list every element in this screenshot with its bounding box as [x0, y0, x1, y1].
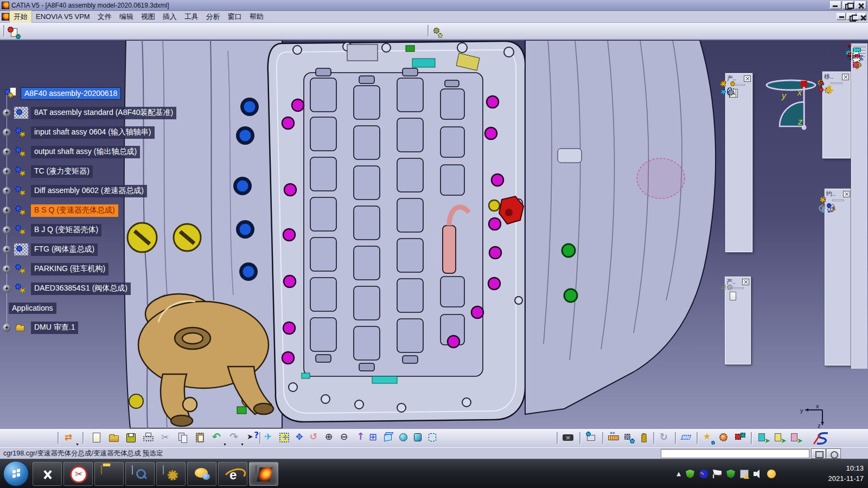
zoom-in-icon[interactable]: ⊕ — [324, 432, 337, 445]
taskbar-excel[interactable] — [33, 462, 62, 486]
taskbar-plm-document[interactable] — [156, 462, 186, 486]
toolbar-grip[interactable] — [831, 82, 843, 84]
yellow-sensor[interactable] — [489, 200, 500, 211]
toolbar-grip[interactable] — [732, 287, 744, 289]
catia-menu-icon[interactable] — [2, 13, 9, 21]
expand-icon[interactable]: + — [3, 324, 11, 332]
expand-icon[interactable]: + — [3, 285, 11, 293]
menu-edit[interactable]: 编辑 — [116, 11, 137, 23]
tree-item-label[interactable]: TC (液力变矩器) — [31, 165, 93, 178]
expand-icon[interactable]: + — [3, 148, 11, 156]
knowledge-cube-icon[interactable] — [733, 432, 746, 445]
expand-icon[interactable]: + — [3, 187, 11, 195]
dmu-review-label[interactable]: DMU 审查.1 — [31, 322, 78, 334]
iso-view-icon[interactable] — [382, 432, 395, 445]
minimize-button[interactable] — [830, 1, 841, 9]
catalog-3-icon[interactable]: ➤ — [790, 432, 803, 445]
gears-icon[interactable] — [432, 27, 445, 40]
measure-icon[interactable]: ↔ — [608, 432, 621, 445]
taskbar-messenger[interactable] — [187, 462, 216, 486]
menu-file[interactable]: 文件 — [94, 11, 116, 23]
taskbar-internet-explorer[interactable]: e — [218, 462, 247, 486]
mass-icon[interactable] — [638, 432, 651, 445]
expand-icon[interactable]: + — [3, 265, 11, 273]
menu-help[interactable]: 帮助 — [246, 11, 267, 23]
tree-item-label-highlighted[interactable]: B S Q (变速器壳体总成) — [31, 204, 118, 217]
power-warning-icon[interactable] — [740, 470, 749, 478]
render-camera-icon[interactable] — [718, 432, 731, 445]
context-help-icon[interactable]: ➤? — [246, 432, 259, 445]
mdi-minimize-button[interactable] — [837, 13, 846, 20]
power-input-field[interactable] — [661, 449, 809, 458]
green-bolt[interactable] — [562, 244, 575, 257]
green-clip[interactable] — [237, 407, 246, 414]
valve-body[interactable] — [268, 41, 526, 422]
open-icon[interactable] — [107, 432, 120, 445]
close-icon[interactable] — [843, 191, 850, 197]
tree-item-label[interactable]: FTG (阀体盖总成) — [31, 243, 98, 256]
undo-icon[interactable]: ↶▼ — [212, 432, 225, 445]
shading-edges-icon[interactable] — [412, 432, 425, 445]
menu-view[interactable]: 视图 — [137, 11, 159, 23]
menu-tools[interactable]: 工具 — [181, 11, 202, 23]
taskbar-catia-active[interactable] — [249, 462, 278, 486]
compass-handle[interactable] — [801, 81, 807, 87]
tree-item-label[interactable]: output shaft assy (输出轴总成) — [31, 146, 140, 158]
tree-item-label[interactable]: DAED363854S1 (阀体总成) — [31, 282, 131, 295]
print-preview-icon[interactable] — [585, 432, 598, 445]
render-star-icon[interactable]: ★ — [702, 432, 715, 445]
tree-root-label[interactable]: A8F40 assembly-20200618 — [21, 88, 120, 99]
catalog-1-icon[interactable]: ➤ — [757, 432, 770, 445]
salmon-valve[interactable] — [443, 226, 456, 273]
expand-icon[interactable]: + — [3, 168, 11, 176]
update-icon[interactable]: ⇄▼ — [64, 432, 77, 445]
toolbar-grip[interactable] — [832, 200, 844, 201]
shading-icon[interactable] — [397, 432, 410, 445]
new-document-icon[interactable] — [90, 432, 103, 445]
wireframe-icon[interactable] — [426, 432, 439, 445]
taskbar-search-viewer[interactable] — [125, 462, 155, 486]
expand-icon[interactable]: + — [3, 246, 11, 254]
network-wave-icon[interactable]: ∿ — [699, 470, 708, 478]
pink-hatched-region[interactable] — [637, 158, 685, 198]
toolbar-title-bar[interactable]: 移.. — [824, 73, 849, 81]
refresh-icon[interactable]: ↻ — [659, 432, 672, 445]
catia-app-icon[interactable] — [2, 2, 9, 9]
action-center-flag-icon[interactable] — [713, 470, 722, 478]
measure-item-icon[interactable] — [623, 432, 636, 445]
applications-label[interactable]: Applications — [9, 303, 56, 314]
3d-viewport[interactable]: A8F40 assembly-20200618 + 8AT assembly s… — [0, 40, 868, 428]
green-bolt[interactable] — [564, 289, 577, 302]
volume-icon[interactable] — [754, 470, 762, 478]
transmission-housing[interactable] — [525, 40, 716, 414]
tree-item-label[interactable]: Diff assembly 0602 (差速器总成) — [31, 185, 147, 197]
taskbar-snipping-tool[interactable]: ✂ — [63, 462, 93, 486]
multi-view-icon[interactable]: ⊞ — [368, 432, 381, 445]
normal-view-icon[interactable]: ↑ — [354, 432, 367, 445]
camera-icon[interactable] — [562, 432, 575, 445]
redo-icon[interactable]: ↷▼ — [229, 432, 242, 445]
pan-icon[interactable]: ✥ — [293, 432, 307, 445]
show-hidden-icons[interactable]: ▲ — [676, 471, 681, 477]
menu-start[interactable]: 开始 — [9, 10, 32, 23]
print-icon[interactable] — [142, 432, 155, 445]
fit-all-icon[interactable]: ✛ — [278, 432, 291, 445]
cyan-part-bottom[interactable] — [372, 376, 397, 383]
close-icon[interactable] — [842, 74, 849, 80]
toolbar-title-bar[interactable]: 约.. — [826, 190, 850, 198]
expand-icon[interactable]: + — [3, 207, 11, 215]
zoom-out-icon[interactable]: ⊖ — [339, 432, 352, 445]
green-connector[interactable] — [406, 46, 414, 52]
top-bracket[interactable] — [347, 44, 378, 61]
tree-item-label[interactable]: B J Q (变矩器壳体) — [31, 224, 101, 236]
solenoid-block[interactable] — [304, 68, 483, 376]
save-icon[interactable] — [125, 432, 138, 445]
mdi-restore-button[interactable] — [847, 13, 856, 20]
workbench-icon[interactable] — [8, 27, 21, 40]
close-icon[interactable] — [744, 75, 751, 82]
copy-icon[interactable] — [177, 432, 190, 445]
mdi-close-button[interactable] — [857, 13, 866, 20]
taskbar-file-explorer[interactable] — [94, 462, 124, 486]
compass[interactable]: x y z — [758, 75, 819, 136]
catalog-2-icon[interactable]: ➤ — [774, 432, 787, 445]
